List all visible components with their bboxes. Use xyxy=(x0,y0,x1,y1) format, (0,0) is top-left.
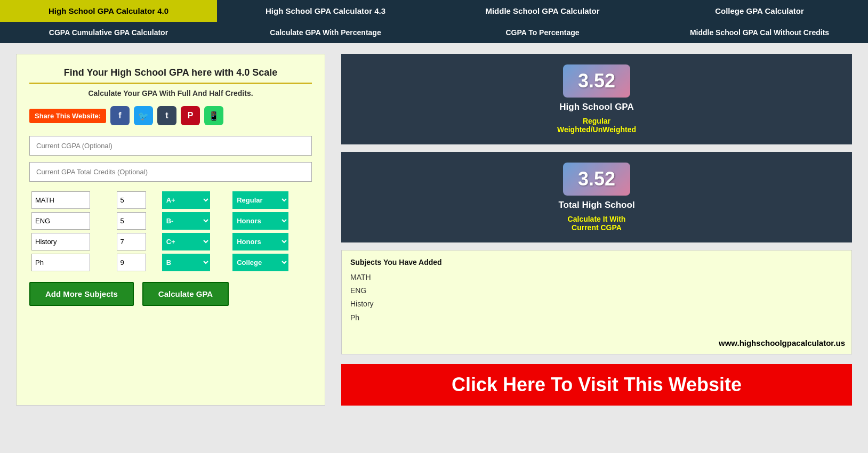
nav-ms-gpa[interactable]: Middle School GPA Calculator xyxy=(434,0,651,22)
list-item: History xyxy=(350,297,843,311)
subject-name-input[interactable] xyxy=(31,212,90,230)
add-subjects-button[interactable]: Add More Subjects xyxy=(29,282,134,306)
calculate-gpa-button[interactable]: Calculate GPA xyxy=(142,282,229,306)
nav-cgpa-cumulative[interactable]: CGPA Cumulative GPA Calculator xyxy=(0,22,217,43)
gpa-card-1: 3.52 High School GPA RegularWeighted/UnW… xyxy=(341,54,852,144)
gpa-subtitle-2: Calculate It WithCurrent CGPA xyxy=(568,215,626,232)
gpa-value-1: 3.52 xyxy=(563,64,630,98)
subject-name-input[interactable] xyxy=(31,191,90,209)
list-item: ENG xyxy=(350,284,843,297)
panel-subtitle: Calculate Your GPA With Full And Half Cr… xyxy=(29,89,312,98)
subjects-added-title: Subjects You Have Added xyxy=(350,258,843,266)
click-banner[interactable]: Click Here To Visit This Website xyxy=(341,364,852,406)
gpa-value-2: 3.52 xyxy=(563,163,630,196)
gpa-card-2: 3.52 Total High School Calculate It With… xyxy=(341,152,852,242)
type-select[interactable]: RegularHonorsCollege xyxy=(232,254,288,271)
btn-row: Add More Subjects Calculate GPA xyxy=(29,282,312,306)
subjects-added-section: Subjects You Have Added MATHENGHistoryPh… xyxy=(341,250,852,354)
whatsapp-share-button[interactable]: 📱 xyxy=(204,106,223,125)
nav-cgpa-to-percentage[interactable]: CGPA To Percentage xyxy=(434,22,651,43)
table-row: A+AA-B+BB-C+CC-D+DD-FRegularHonorsColleg… xyxy=(29,212,312,230)
cgpa-input[interactable] xyxy=(29,136,312,156)
subjects-added-list: MATHENGHistoryPh xyxy=(350,271,843,325)
left-panel: Find Your High School GPA here with 4.0 … xyxy=(16,54,325,406)
website-url: www.highschoolgpacalculator.us xyxy=(719,338,845,347)
subject-credits-input[interactable] xyxy=(117,212,146,230)
subject-credits-input[interactable] xyxy=(117,191,146,209)
panel-title: Find Your High School GPA here with 4.0 … xyxy=(29,67,312,84)
credits-input[interactable] xyxy=(29,162,312,182)
share-label: Share This Website: xyxy=(29,109,106,123)
subject-name-input[interactable] xyxy=(31,254,90,271)
nav-hs-gpa-40[interactable]: High School GPA Calculator 4.0 xyxy=(0,0,217,22)
subjects-table: A+AA-B+BB-C+CC-D+DD-FRegularHonorsColleg… xyxy=(29,188,312,274)
type-select[interactable]: RegularHonorsCollege xyxy=(232,212,288,230)
gpa-title-1: High School GPA xyxy=(559,102,633,112)
table-row: A+AA-B+BB-C+CC-D+DD-FRegularHonorsColleg… xyxy=(29,191,312,209)
table-row: A+AA-B+BB-C+CC-D+DD-FRegularHonorsColleg… xyxy=(29,233,312,250)
type-select[interactable]: RegularHonorsCollege xyxy=(232,233,288,250)
pinterest-share-button[interactable]: P xyxy=(181,106,200,125)
share-row: Share This Website: f 🐦 t P 📱 xyxy=(29,106,312,125)
nav-ms-without-credits[interactable]: Middle School GPA Cal Without Credits xyxy=(651,22,868,43)
gpa-subtitle-1: RegularWeighted/UnWeighted xyxy=(557,117,636,134)
nav-row-1: High School GPA Calculator 4.0 High Scho… xyxy=(0,0,868,22)
main-container: Find Your High School GPA here with 4.0 … xyxy=(0,43,868,416)
nav-college-gpa[interactable]: College GPA Calculator xyxy=(651,0,868,22)
grade-select[interactable]: A+AA-B+BB-C+CC-D+DD-F xyxy=(162,254,210,271)
twitter-share-button[interactable]: 🐦 xyxy=(134,106,153,125)
type-select[interactable]: RegularHonorsCollege xyxy=(232,191,288,209)
grade-select[interactable]: A+AA-B+BB-C+CC-D+DD-F xyxy=(162,233,210,250)
subject-credits-input[interactable] xyxy=(117,254,146,271)
facebook-share-button[interactable]: f xyxy=(110,106,130,125)
list-item: Ph xyxy=(350,311,843,325)
table-row: A+AA-B+BB-C+CC-D+DD-FRegularHonorsColleg… xyxy=(29,254,312,271)
list-item: MATH xyxy=(350,271,843,284)
subject-credits-input[interactable] xyxy=(117,233,146,250)
subject-name-input[interactable] xyxy=(31,233,90,250)
tumblr-share-button[interactable]: t xyxy=(157,106,176,125)
right-panel: 3.52 High School GPA RegularWeighted/UnW… xyxy=(341,54,852,406)
nav-row-2: CGPA Cumulative GPA Calculator Calculate… xyxy=(0,22,868,43)
nav-hs-gpa-43[interactable]: High School GPA Calculator 4.3 xyxy=(217,0,434,22)
grade-select[interactable]: A+AA-B+BB-C+CC-D+DD-F xyxy=(162,191,210,209)
grade-select[interactable]: A+AA-B+BB-C+CC-D+DD-F xyxy=(162,212,210,230)
nav-calculate-percentage[interactable]: Calculate GPA With Percentage xyxy=(217,22,434,43)
gpa-title-2: Total High School xyxy=(558,200,634,211)
